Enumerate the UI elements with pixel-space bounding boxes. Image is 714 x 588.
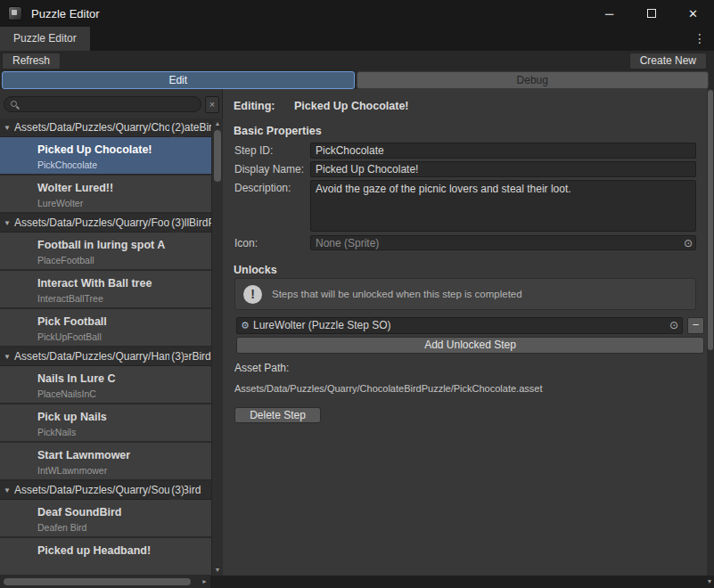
info-icon: ! [243,285,262,304]
foldout-arrow-icon: ▼ [4,481,11,500]
icon-object-field[interactable]: None (Sprite) ⊙ [310,235,696,250]
unlocked-step-value: LureWolter (Puzzle Step SO) [253,318,391,333]
step-title: Football in luring spot A [37,239,165,251]
list-scrollbar[interactable]: ▲ ▼ [211,118,223,576]
step-list: ▼ Assets/Data/Puzzles/Quarry/ChocolateBi… [0,118,211,576]
window-controls: ─ ✕ [588,0,714,27]
scroll-up-icon[interactable]: ▲ [212,118,223,129]
tab-edit[interactable]: Edit [2,71,355,89]
toolbar: Refresh Create New [0,51,714,71]
unlocks-heading: Unlocks [234,264,277,276]
list-item-deaf-soundbird[interactable]: Deaf SoundBird Deafen Bird [0,500,211,538]
basic-properties-heading: Basic Properties [234,125,322,137]
list-item-picked-up-headband[interactable]: Picked up Headband! [0,538,211,576]
minus-icon: − [693,318,700,331]
remove-unlocked-step-button[interactable]: − [687,317,704,334]
kebab-menu-icon[interactable]: ⋮ [693,27,706,51]
icon-label: Icon: [234,237,258,249]
scroll-down-icon[interactable]: ▼ [212,565,223,576]
refresh-button[interactable]: Refresh [2,53,61,69]
foldout-arrow-icon: ▼ [4,118,11,137]
list-item-pick-nails[interactable]: Pick up Nails PickNails [0,404,211,443]
step-title: Picked up Headband! [37,544,151,557]
step-id-label: Step ID: [234,144,273,157]
list-item-interact-ball-tree[interactable]: Interact With Ball tree InteractBallTree [0,271,211,309]
step-id-label: IntWLawnmower [37,465,107,476]
create-new-button[interactable]: Create New [629,53,707,69]
scriptable-object-icon: ⚙ [241,318,250,333]
add-unlocked-step-button[interactable]: Add Unlocked Step [236,337,704,354]
unlocks-info-box: ! Steps that will be unlocked when this … [234,278,696,310]
editing-step-name: Picked Up Chocolate! [294,100,409,112]
step-id-label: LureWolter [37,198,83,208]
list-scrollbar-thumb[interactable] [214,130,221,182]
list-item-pick-chocolate[interactable]: Picked Up Chocolate! PickChocolate [0,137,211,176]
group-header-football[interactable]: ▼ Assets/Data/Puzzles/Quarry/FootballBir… [0,214,211,233]
window-scrollbar[interactable] [707,89,714,576]
asset-path-label: Asset Path: [234,362,289,374]
group-count: (3) [169,481,185,500]
close-button[interactable]: ✕ [672,0,714,27]
step-title: Pick Football [37,315,107,328]
unlocks-info-text: Steps that will be unlocked when this st… [272,279,522,309]
bottom-bar: ► ▼ [0,576,714,588]
group-header-hammer[interactable]: ▼ Assets/Data/Puzzles/Quarry/HammerBirdP… [0,347,211,366]
step-id-label: PlaceFootball [37,255,94,265]
search-icon [11,101,17,107]
mode-tab-row: Edit Debug [0,71,714,89]
step-id-label: PlaceNailsInC [37,388,96,399]
step-title: Deaf SoundBird [37,506,121,519]
list-item-lure-wolter[interactable]: Wolter Lured!! LureWolter [0,176,211,214]
horizontal-scrollbar[interactable]: ► [0,576,210,588]
search-field[interactable] [4,96,201,112]
step-id-label: Deafen Bird [37,522,86,533]
description-label: Description: [234,182,291,194]
foldout-arrow-icon: ▼ [4,347,11,366]
app-icon [8,6,22,20]
list-item-start-lawnmower[interactable]: Start Lawnmower IntWLawnmower [0,443,211,481]
editing-label: Editing: [234,100,275,112]
display-name-field[interactable]: Picked Up Chocolate! [310,161,696,177]
group-count: (3) [169,347,185,366]
tab-debug[interactable]: Debug [357,71,710,89]
minimize-icon: ─ [605,7,613,20]
minimize-button[interactable]: ─ [588,0,630,27]
list-item-pick-football[interactable]: Pick Football PickUpFootBall [0,309,211,347]
clear-search-button[interactable]: × [205,96,219,113]
group-count: (3) [169,214,185,233]
asset-path-value: Assets/Data/Puzzles/Quarry/ChocolateBird… [234,383,542,394]
step-title: Interact With Ball tree [37,277,152,290]
maximize-button[interactable] [630,0,672,27]
unlocked-step-object-field[interactable]: ⚙ LureWolter (Puzzle Step SO) ⊙ [236,317,683,334]
step-id-label: PickNails [37,427,76,437]
delete-step-button[interactable]: Delete Step [234,407,321,423]
search-input[interactable] [22,98,196,110]
horizontal-scrollbar-thumb[interactable] [4,578,191,585]
close-icon: ✕ [688,7,698,20]
step-id-label: InteractBallTree [37,293,103,304]
step-title: Picked Up Chocolate! [37,143,152,156]
step-title: Start Lawnmower [37,449,130,461]
clear-icon: × [209,99,215,110]
list-item-place-football[interactable]: Football in luring spot A PlaceFootball [0,233,211,271]
step-list-panel: × ▼ Assets/Data/Puzzles/Quarry/Chocolate… [0,89,223,576]
foldout-arrow-icon: ▼ [4,214,11,233]
tab-puzzle-editor[interactable]: Puzzle Editor [0,27,90,51]
step-title: Nails In Lure C [37,372,116,385]
description-field[interactable]: Avoid the gaze of the picnic lovers and … [310,180,696,232]
scroll-right-icon[interactable]: ► [199,576,210,588]
step-id-label: PickUpFootBall [37,331,102,342]
object-picker-icon[interactable]: ⊙ [669,318,678,333]
group-count: (2) [169,118,185,137]
group-header-soundbird[interactable]: ▼ Assets/Data/Puzzles/Quarry/SoundBird (… [0,481,211,500]
object-picker-icon[interactable]: ⊙ [684,236,693,250]
maximize-icon [647,9,656,18]
step-id-field[interactable]: PickChocolate [310,143,696,159]
step-title: Wolter Lured!! [37,182,113,194]
step-editor-panel: Editing: Picked Up Chocolate! Basic Prop… [224,89,707,576]
list-item-place-nails[interactable]: Nails In Lure C PlaceNailsInC [0,366,211,404]
editor-tabstrip: Puzzle Editor ⋮ [0,27,714,51]
scroll-down-icon[interactable]: ▼ [706,576,713,588]
window-scrollbar-thumb[interactable] [708,90,713,350]
group-header-chocolate[interactable]: ▼ Assets/Data/Puzzles/Quarry/ChocolateBi… [0,118,211,137]
